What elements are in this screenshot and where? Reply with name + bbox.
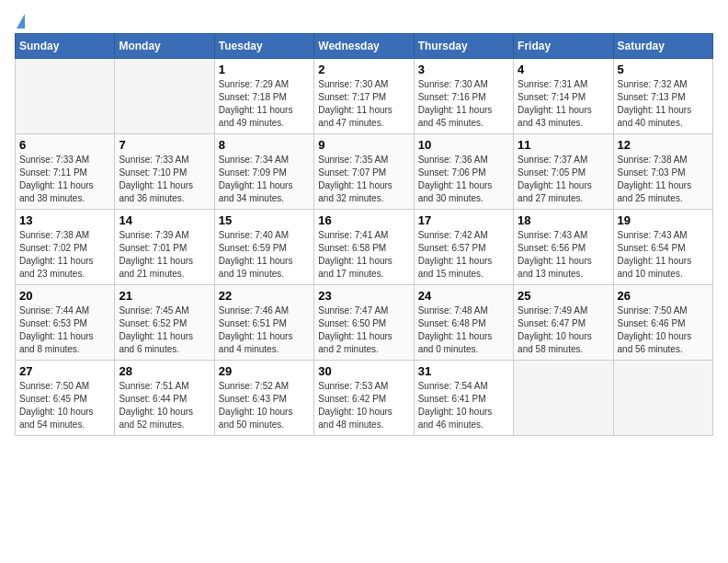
day-info: Sunrise: 7:30 AM Sunset: 7:17 PM Dayligh… bbox=[318, 78, 409, 130]
calendar-cell: 24Sunrise: 7:48 AM Sunset: 6:48 PM Dayli… bbox=[414, 285, 513, 361]
day-info: Sunrise: 7:38 AM Sunset: 7:03 PM Dayligh… bbox=[618, 154, 709, 205]
day-info: Sunrise: 7:41 AM Sunset: 6:58 PM Dayligh… bbox=[318, 229, 409, 281]
calendar-cell: 26Sunrise: 7:50 AM Sunset: 6:46 PM Dayli… bbox=[613, 285, 712, 361]
day-number: 14 bbox=[119, 213, 210, 227]
calendar-table: SundayMondayTuesdayWednesdayThursdayFrid… bbox=[15, 33, 713, 436]
day-info: Sunrise: 7:42 AM Sunset: 6:57 PM Dayligh… bbox=[418, 229, 509, 281]
day-info: Sunrise: 7:43 AM Sunset: 6:56 PM Dayligh… bbox=[518, 229, 609, 281]
day-number: 23 bbox=[318, 289, 409, 303]
day-info: Sunrise: 7:34 AM Sunset: 7:09 PM Dayligh… bbox=[219, 154, 310, 205]
calendar-cell: 9Sunrise: 7:35 AM Sunset: 7:07 PM Daylig… bbox=[314, 134, 414, 210]
day-info: Sunrise: 7:36 AM Sunset: 7:06 PM Dayligh… bbox=[418, 154, 509, 205]
day-number: 28 bbox=[119, 364, 210, 378]
day-info: Sunrise: 7:46 AM Sunset: 6:51 PM Dayligh… bbox=[219, 304, 310, 356]
day-number: 25 bbox=[518, 289, 609, 303]
calendar-header-row: SundayMondayTuesdayWednesdayThursdayFrid… bbox=[16, 34, 713, 59]
day-info: Sunrise: 7:37 AM Sunset: 7:05 PM Dayligh… bbox=[518, 154, 609, 205]
day-number: 5 bbox=[618, 63, 709, 76]
day-info: Sunrise: 7:33 AM Sunset: 7:11 PM Dayligh… bbox=[19, 154, 110, 205]
calendar-cell: 23Sunrise: 7:47 AM Sunset: 6:50 PM Dayli… bbox=[314, 285, 414, 361]
calendar-week-row: 27Sunrise: 7:50 AM Sunset: 6:45 PM Dayli… bbox=[16, 361, 713, 436]
day-info: Sunrise: 7:50 AM Sunset: 6:46 PM Dayligh… bbox=[618, 304, 709, 356]
calendar-cell: 17Sunrise: 7:42 AM Sunset: 6:57 PM Dayli… bbox=[414, 210, 513, 285]
calendar-week-row: 13Sunrise: 7:38 AM Sunset: 7:02 PM Dayli… bbox=[16, 210, 713, 285]
day-number: 11 bbox=[518, 138, 609, 152]
day-header-wednesday: Wednesday bbox=[314, 34, 414, 59]
calendar-cell bbox=[16, 59, 115, 134]
day-number: 15 bbox=[219, 213, 310, 227]
calendar-cell: 20Sunrise: 7:44 AM Sunset: 6:53 PM Dayli… bbox=[16, 285, 115, 361]
day-number: 20 bbox=[19, 289, 110, 303]
calendar-cell: 14Sunrise: 7:39 AM Sunset: 7:01 PM Dayli… bbox=[115, 210, 214, 285]
day-number: 27 bbox=[19, 364, 110, 378]
day-info: Sunrise: 7:48 AM Sunset: 6:48 PM Dayligh… bbox=[418, 304, 509, 356]
calendar-week-row: 1Sunrise: 7:29 AM Sunset: 7:18 PM Daylig… bbox=[16, 59, 713, 134]
calendar-cell: 16Sunrise: 7:41 AM Sunset: 6:58 PM Dayli… bbox=[314, 210, 414, 285]
day-number: 8 bbox=[219, 138, 310, 152]
calendar-cell: 15Sunrise: 7:40 AM Sunset: 6:59 PM Dayli… bbox=[214, 210, 313, 285]
day-info: Sunrise: 7:53 AM Sunset: 6:42 PM Dayligh… bbox=[318, 380, 409, 431]
day-number: 18 bbox=[518, 213, 609, 227]
day-info: Sunrise: 7:50 AM Sunset: 6:45 PM Dayligh… bbox=[19, 380, 110, 431]
day-info: Sunrise: 7:35 AM Sunset: 7:07 PM Dayligh… bbox=[318, 154, 409, 205]
day-number: 3 bbox=[418, 63, 509, 76]
day-info: Sunrise: 7:33 AM Sunset: 7:10 PM Dayligh… bbox=[119, 154, 210, 205]
day-number: 22 bbox=[219, 289, 310, 303]
calendar-cell: 13Sunrise: 7:38 AM Sunset: 7:02 PM Dayli… bbox=[16, 210, 115, 285]
calendar-cell: 4Sunrise: 7:31 AM Sunset: 7:14 PM Daylig… bbox=[514, 59, 613, 134]
day-info: Sunrise: 7:30 AM Sunset: 7:16 PM Dayligh… bbox=[418, 78, 509, 130]
page-header bbox=[15, 15, 713, 26]
day-info: Sunrise: 7:39 AM Sunset: 7:01 PM Dayligh… bbox=[119, 229, 210, 281]
calendar-cell: 6Sunrise: 7:33 AM Sunset: 7:11 PM Daylig… bbox=[16, 134, 115, 210]
calendar-cell: 10Sunrise: 7:36 AM Sunset: 7:06 PM Dayli… bbox=[414, 134, 513, 210]
day-number: 7 bbox=[119, 138, 210, 152]
day-header-saturday: Saturday bbox=[613, 34, 712, 59]
day-info: Sunrise: 7:45 AM Sunset: 6:52 PM Dayligh… bbox=[119, 304, 210, 356]
day-number: 31 bbox=[418, 364, 509, 378]
calendar-body: 1Sunrise: 7:29 AM Sunset: 7:18 PM Daylig… bbox=[16, 59, 713, 436]
day-info: Sunrise: 7:49 AM Sunset: 6:47 PM Dayligh… bbox=[518, 304, 609, 356]
calendar-cell: 30Sunrise: 7:53 AM Sunset: 6:42 PM Dayli… bbox=[314, 361, 414, 436]
day-number: 4 bbox=[518, 63, 609, 76]
day-info: Sunrise: 7:43 AM Sunset: 6:54 PM Dayligh… bbox=[618, 229, 709, 281]
calendar-cell: 11Sunrise: 7:37 AM Sunset: 7:05 PM Dayli… bbox=[514, 134, 613, 210]
day-header-thursday: Thursday bbox=[414, 34, 513, 59]
day-info: Sunrise: 7:38 AM Sunset: 7:02 PM Dayligh… bbox=[19, 229, 110, 281]
calendar-cell: 21Sunrise: 7:45 AM Sunset: 6:52 PM Dayli… bbox=[115, 285, 214, 361]
calendar-cell: 8Sunrise: 7:34 AM Sunset: 7:09 PM Daylig… bbox=[214, 134, 313, 210]
day-number: 1 bbox=[219, 63, 310, 76]
calendar-cell: 25Sunrise: 7:49 AM Sunset: 6:47 PM Dayli… bbox=[514, 285, 613, 361]
day-info: Sunrise: 7:52 AM Sunset: 6:43 PM Dayligh… bbox=[219, 380, 310, 431]
day-number: 24 bbox=[418, 289, 509, 303]
day-number: 6 bbox=[19, 138, 110, 152]
calendar-week-row: 20Sunrise: 7:44 AM Sunset: 6:53 PM Dayli… bbox=[16, 285, 713, 361]
day-number: 30 bbox=[318, 364, 409, 378]
day-number: 29 bbox=[219, 364, 310, 378]
day-number: 21 bbox=[119, 289, 210, 303]
day-number: 13 bbox=[19, 213, 110, 227]
calendar-cell: 5Sunrise: 7:32 AM Sunset: 7:13 PM Daylig… bbox=[613, 59, 712, 134]
calendar-cell: 2Sunrise: 7:30 AM Sunset: 7:17 PM Daylig… bbox=[314, 59, 414, 134]
logo bbox=[15, 15, 25, 26]
day-header-tuesday: Tuesday bbox=[214, 34, 313, 59]
day-info: Sunrise: 7:31 AM Sunset: 7:14 PM Dayligh… bbox=[518, 78, 609, 130]
calendar-cell bbox=[613, 361, 712, 436]
day-info: Sunrise: 7:47 AM Sunset: 6:50 PM Dayligh… bbox=[318, 304, 409, 356]
calendar-cell: 22Sunrise: 7:46 AM Sunset: 6:51 PM Dayli… bbox=[214, 285, 313, 361]
calendar-week-row: 6Sunrise: 7:33 AM Sunset: 7:11 PM Daylig… bbox=[16, 134, 713, 210]
calendar-cell: 27Sunrise: 7:50 AM Sunset: 6:45 PM Dayli… bbox=[16, 361, 115, 436]
calendar-cell: 29Sunrise: 7:52 AM Sunset: 6:43 PM Dayli… bbox=[214, 361, 313, 436]
day-number: 12 bbox=[618, 138, 709, 152]
calendar-cell: 19Sunrise: 7:43 AM Sunset: 6:54 PM Dayli… bbox=[613, 210, 712, 285]
day-number: 10 bbox=[418, 138, 509, 152]
day-number: 19 bbox=[618, 213, 709, 227]
calendar-cell: 28Sunrise: 7:51 AM Sunset: 6:44 PM Dayli… bbox=[115, 361, 214, 436]
day-number: 2 bbox=[318, 63, 409, 76]
day-header-sunday: Sunday bbox=[16, 34, 115, 59]
day-header-friday: Friday bbox=[514, 34, 613, 59]
calendar-cell: 12Sunrise: 7:38 AM Sunset: 7:03 PM Dayli… bbox=[613, 134, 712, 210]
calendar-cell bbox=[514, 361, 613, 436]
calendar-cell bbox=[115, 59, 214, 134]
day-header-monday: Monday bbox=[115, 34, 214, 59]
day-info: Sunrise: 7:40 AM Sunset: 6:59 PM Dayligh… bbox=[219, 229, 310, 281]
